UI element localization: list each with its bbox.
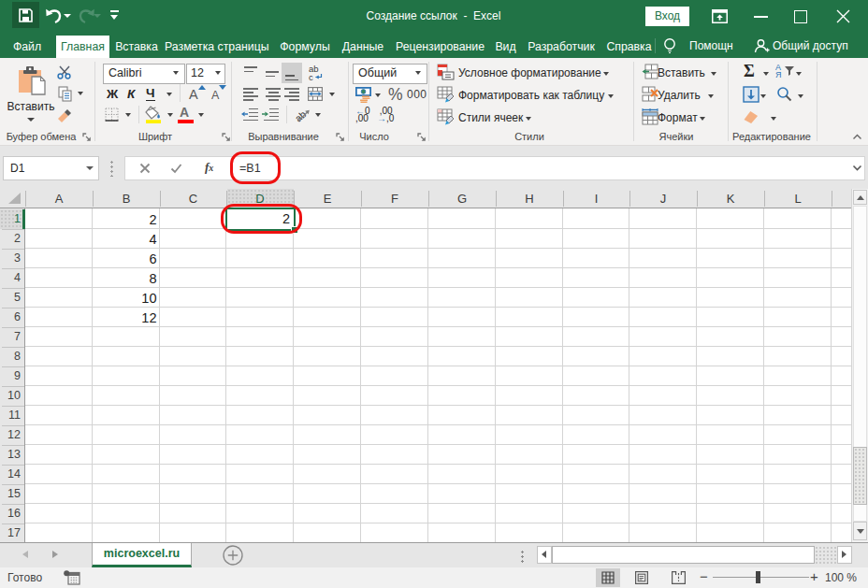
svg-text:c: c — [309, 72, 313, 81]
svg-text:ab: ab — [293, 108, 308, 124]
